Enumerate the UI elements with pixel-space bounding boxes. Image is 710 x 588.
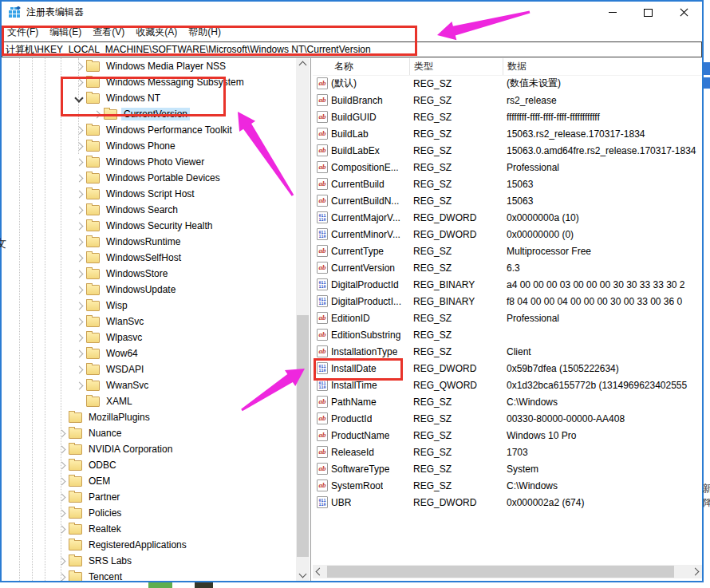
registry-value-row[interactable]: abBuildLabExREG_SZ15063.0.amd64fre.rs2_r… (313, 142, 702, 159)
tree-item-label[interactable]: WindowsSelfHost (104, 251, 183, 264)
tree-item-label[interactable]: Wisp (104, 299, 130, 312)
tree-item-label[interactable]: MozillaPlugins (86, 411, 152, 424)
tree-item-label[interactable]: Windows Security Health (104, 219, 215, 232)
tree-item-label[interactable]: WindowsUpdate (104, 283, 178, 296)
scroll-right-button[interactable] (688, 565, 702, 578)
chevron-collapsed-icon[interactable] (73, 319, 85, 325)
registry-value-row[interactable]: abPathNameREG_SZC:\Windows (313, 393, 702, 410)
registry-value-row[interactable]: abCurrentTypeREG_SZMultiprocessor Free (313, 243, 702, 259)
tree-item[interactable]: Wisp (2, 298, 295, 314)
tree-item[interactable]: ODBC (2, 457, 295, 473)
tree-item[interactable]: WlanSvc (2, 314, 295, 330)
tree-item[interactable]: XAML (2, 393, 295, 409)
tree-item[interactable]: Windows Performance Toolkit (2, 122, 295, 138)
tree-item-label[interactable]: WindowsRuntime (104, 235, 183, 248)
registry-value-row[interactable]: abEditionSubstringREG_SZ (313, 326, 702, 343)
close-button[interactable] (666, 2, 702, 23)
tree-item-label[interactable]: Windows Messaging Subsystem (104, 76, 247, 89)
tree-item-label[interactable]: WlanSvc (104, 315, 146, 328)
tree-item-label[interactable]: OEM (86, 475, 112, 487)
registry-value-row[interactable]: 011110CurrentMajorV...REG_DWORD0x0000000… (313, 209, 702, 226)
chevron-collapsed-icon[interactable] (56, 558, 67, 564)
tree-item[interactable]: Partner (2, 489, 295, 505)
tree-item[interactable]: Windows NT (2, 90, 295, 106)
tree-item[interactable]: WindowsUpdate (2, 282, 295, 298)
tree-item-label[interactable]: Partner (86, 491, 122, 503)
tree-scrollbar-thumb[interactable] (297, 315, 309, 557)
tree-item-label[interactable]: WSDAPI (104, 363, 146, 376)
tree-item-label[interactable]: Nuance (86, 427, 124, 440)
tree-item[interactable]: SRS Labs (2, 553, 295, 569)
tree-item[interactable]: Policies (2, 505, 295, 521)
chevron-collapsed-icon[interactable] (73, 255, 85, 261)
tree-item-label[interactable]: Wow64 (104, 347, 140, 360)
values-horizontal-scrollbar[interactable] (313, 565, 702, 578)
tree-item[interactable]: WSDAPI (2, 361, 295, 377)
registry-value-row[interactable]: 011110UBRREG_DWORD0x000002a2 (674) (313, 494, 702, 511)
address-input[interactable] (2, 41, 702, 57)
registry-value-row[interactable]: 011110CurrentMinorV...REG_DWORD0x0000000… (313, 226, 702, 243)
tree-item[interactable]: Windows Security Health (2, 218, 295, 234)
registry-value-row[interactable]: abCurrentVersionREG_SZ6.3 (313, 259, 702, 276)
registry-value-row[interactable]: abBuildBranchREG_SZrs2_release (313, 92, 702, 109)
tree-item-label[interactable]: Realtek (86, 523, 124, 535)
chevron-collapsed-icon[interactable] (73, 191, 85, 197)
chevron-collapsed-icon[interactable] (56, 479, 67, 484)
chevron-collapsed-icon[interactable] (73, 128, 85, 133)
chevron-collapsed-icon[interactable] (56, 574, 67, 580)
tree-item-label[interactable]: Windows Search (104, 203, 180, 216)
chevron-collapsed-icon[interactable] (73, 223, 85, 229)
horizontal-scrollbar-thumb[interactable] (327, 566, 674, 578)
tree-item-label[interactable]: WindowsStore (104, 267, 170, 280)
chevron-collapsed-icon[interactable] (91, 112, 102, 117)
tree-item[interactable]: OEM (2, 473, 295, 489)
registry-value-row[interactable]: 011110InstallTimeREG_QWORD0x1d32bca61557… (313, 377, 702, 393)
tree-item-label[interactable]: Windows Performance Toolkit (104, 124, 235, 136)
tree-item[interactable]: Windows Script Host (2, 186, 295, 202)
tree-item[interactable]: Realtek (2, 521, 295, 537)
tree-item[interactable]: Windows Messaging Subsystem (2, 74, 295, 90)
tree-item-label[interactable]: Windows NT (104, 92, 163, 105)
menu-item-2[interactable]: 查看(V) (87, 26, 130, 39)
tree-item[interactable]: WindowsRuntime (2, 234, 295, 250)
tree-item-label[interactable]: NVIDIA Corporation (86, 443, 175, 456)
tree-item[interactable]: WwanSvc (2, 377, 295, 393)
chevron-collapsed-icon[interactable] (73, 335, 85, 341)
tree-item-label[interactable]: Policies (86, 507, 124, 519)
tree-item-label[interactable]: Windows Phone (104, 140, 178, 152)
registry-value-row[interactable]: 011110InstallDateREG_DWORD0x59b7dfea (15… (313, 360, 702, 377)
tree-item[interactable]: CurrentVersion (2, 106, 295, 122)
tree-item[interactable]: NVIDIA Corporation (2, 441, 295, 457)
chevron-collapsed-icon[interactable] (73, 351, 85, 357)
chevron-collapsed-icon[interactable] (73, 160, 85, 165)
chevron-collapsed-icon[interactable] (56, 447, 67, 452)
registry-value-row[interactable]: 011110DigitalProductI...REG_BINARYf8 04 … (313, 293, 702, 310)
tree-item[interactable]: WindowsSelfHost (2, 250, 295, 266)
scroll-up-button[interactable] (296, 58, 310, 72)
tree-item-label[interactable]: CurrentVersion (121, 108, 190, 120)
chevron-collapsed-icon[interactable] (73, 80, 85, 85)
chevron-collapsed-icon[interactable] (56, 527, 67, 532)
chevron-collapsed-icon[interactable] (73, 144, 85, 149)
tree-item[interactable]: Windows Media Player NSS (2, 58, 295, 74)
tree-item[interactable]: Nuance (2, 425, 295, 441)
registry-value-row[interactable]: abSystemRootREG_SZC:\Windows (313, 477, 702, 494)
chevron-collapsed-icon[interactable] (73, 176, 85, 181)
tree-vertical-scrollbar[interactable] (296, 58, 310, 581)
tree-item-label[interactable]: Wlpasvc (104, 331, 144, 344)
registry-value-row[interactable]: abEditionIDREG_SZProfessional (313, 310, 702, 326)
chevron-collapsed-icon[interactable] (73, 303, 85, 309)
tree-item-label[interactable]: XAML (104, 395, 135, 408)
registry-value-row[interactable]: abProductNameREG_SZWindows 10 Pro (313, 427, 702, 444)
registry-value-row[interactable]: abBuildLabREG_SZ15063.rs2_release.170317… (313, 125, 702, 142)
scroll-down-button[interactable] (296, 567, 310, 581)
tree-item[interactable]: Windows Phone (2, 138, 295, 154)
tree-item-label[interactable]: Windows Portable Devices (104, 172, 223, 184)
menu-item-1[interactable]: 编辑(E) (44, 26, 87, 39)
tree-item-label[interactable]: Tencent (86, 570, 124, 581)
tree-item-label[interactable]: Windows Script Host (104, 187, 197, 200)
column-header-data[interactable]: 数据 (503, 58, 702, 75)
chevron-collapsed-icon[interactable] (56, 463, 67, 468)
tree-item[interactable]: Tencent (2, 569, 295, 581)
registry-value-row[interactable]: ab(默认)REG_SZ(数值未设置) (313, 75, 702, 92)
